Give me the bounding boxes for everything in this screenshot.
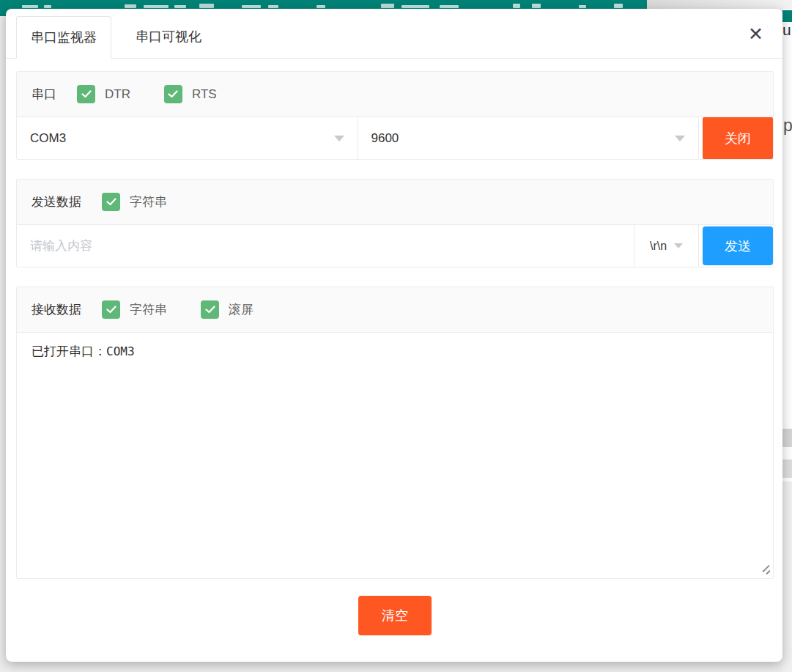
toolbar-ghost-text — [317, 5, 325, 8]
toolbar-right-area — [647, 0, 792, 9]
tab-serial-plotter-label: 串口可视化 — [136, 28, 201, 45]
serial-output-prefix: 已打开串口： — [32, 344, 106, 358]
check-icon — [168, 90, 178, 98]
send-data-panel-header: 发送数据 字符串 — [17, 180, 773, 225]
port-select[interactable]: COM3 — [17, 117, 358, 159]
serial-output-area[interactable]: 已打开串口：COM3 — [17, 333, 773, 578]
receive-string-checkbox[interactable] — [102, 300, 120, 319]
rts-checkbox[interactable] — [164, 85, 182, 103]
serial-monitor-dialog: 串口监视器 串口可视化 ✕ 串口 DTR RTS — [6, 9, 782, 662]
toolbar-ghost-icon — [125, 4, 136, 8]
message-input[interactable] — [17, 225, 634, 267]
check-icon — [205, 306, 215, 314]
close-port-button[interactable]: 关闭 — [703, 117, 773, 159]
close-icon[interactable]: ✕ — [748, 25, 763, 43]
toolbar-ghost-text — [440, 5, 459, 8]
chevron-down-icon — [674, 243, 683, 248]
baud-select-value: 9600 — [371, 131, 399, 146]
send-data-panel: 发送数据 字符串 \r\n 发送 — [16, 179, 774, 267]
toolbar-ghost-text — [614, 4, 623, 8]
send-button[interactable]: 发送 — [703, 226, 773, 265]
autoscroll-checkbox[interactable] — [201, 300, 219, 319]
background-gray-band — [782, 429, 792, 447]
background-lower-area — [782, 481, 792, 672]
serial-port-panel: 串口 DTR RTS COM3 — [16, 71, 774, 160]
toolbar-ghost-icon — [199, 4, 214, 8]
receive-data-panel: 接收数据 字符串 滚屏 已打开串口：COM3 — [16, 287, 774, 579]
serial-port-panel-header: 串口 DTR RTS — [17, 72, 773, 117]
send-data-row: \r\n 发送 — [17, 225, 773, 267]
toolbar-ghost-text — [174, 5, 186, 8]
toolbar-ghost-text — [242, 5, 261, 8]
background-page-strip: u p — [782, 9, 792, 672]
send-string-checkbox-group: 字符串 — [102, 193, 167, 211]
rts-checkbox-group: RTS — [164, 85, 217, 103]
baud-select[interactable]: 9600 — [358, 117, 700, 159]
dtr-checkbox-group: DTR — [77, 85, 130, 103]
line-ending-select[interactable]: \r\n — [634, 225, 699, 267]
toolbar-ghost-text — [579, 5, 586, 8]
serial-port-row: COM3 9600 关闭 — [17, 117, 773, 159]
check-icon — [106, 198, 116, 206]
line-ending-value: \r\n — [650, 240, 667, 253]
autoscroll-label: 滚屏 — [229, 301, 253, 318]
serial-port-title: 串口 — [32, 86, 56, 103]
receive-data-title: 接收数据 — [32, 301, 81, 318]
clear-button[interactable]: 清空 — [358, 596, 432, 635]
tab-serial-monitor[interactable]: 串口监视器 — [16, 16, 111, 59]
serial-output-line: 已打开串口：COM3 — [32, 343, 758, 360]
toolbar-ghost-icon — [381, 4, 394, 8]
dialog-tab-bar: 串口监视器 串口可视化 ✕ — [6, 9, 782, 59]
toolbar-ghost-text — [401, 5, 429, 8]
serial-output-port: COM3 — [106, 344, 135, 358]
background-text-fragment: u — [782, 21, 791, 39]
send-string-label: 字符串 — [130, 193, 167, 210]
background-text-fragment: p — [783, 116, 792, 136]
autoscroll-checkbox-group: 滚屏 — [201, 300, 253, 319]
send-data-title: 发送数据 — [32, 193, 81, 210]
rts-label: RTS — [192, 87, 217, 102]
dtr-label: DTR — [105, 87, 130, 102]
resize-handle[interactable] — [759, 564, 771, 575]
toolbar-ghost-text — [532, 4, 541, 8]
tab-serial-monitor-label: 串口监视器 — [31, 29, 97, 46]
receive-string-checkbox-group: 字符串 — [102, 300, 167, 319]
dtr-checkbox[interactable] — [77, 85, 95, 103]
tab-serial-plotter[interactable]: 串口可视化 — [111, 15, 226, 58]
receive-string-label: 字符串 — [130, 301, 167, 318]
background-teal-fragment — [782, 10, 792, 22]
port-select-value: COM3 — [30, 131, 66, 146]
background-gray-band — [782, 459, 792, 478]
send-string-checkbox[interactable] — [102, 193, 120, 211]
check-icon — [81, 90, 92, 98]
dialog-content: 串口 DTR RTS COM3 — [6, 71, 782, 635]
toolbar-ghost-text — [144, 5, 169, 8]
toolbar-ghost-text — [513, 4, 520, 8]
check-icon — [106, 306, 116, 314]
toolbar-ghost-text — [44, 5, 51, 8]
toolbar-ghost-text — [268, 5, 278, 8]
receive-data-panel-header: 接收数据 字符串 滚屏 — [17, 287, 773, 333]
chevron-down-icon — [334, 136, 344, 141]
toolbar-ghost-text — [22, 5, 38, 8]
chevron-down-icon — [675, 136, 685, 141]
